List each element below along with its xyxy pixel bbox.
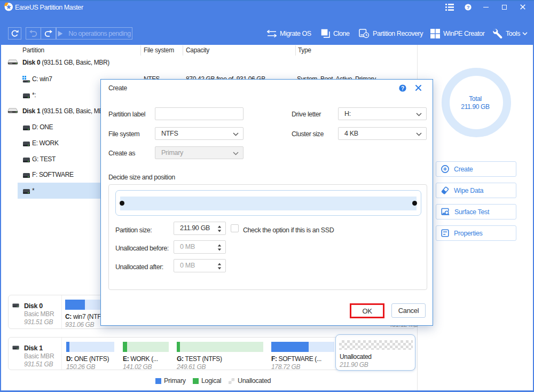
svg-text:?: ? bbox=[467, 4, 470, 10]
svg-text:?: ? bbox=[401, 85, 404, 91]
